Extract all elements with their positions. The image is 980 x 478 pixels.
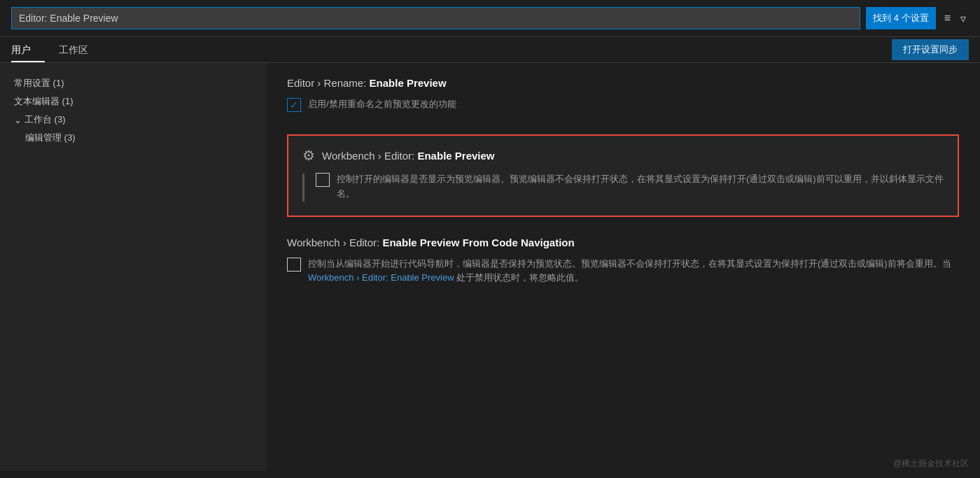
sidebar-item-label: 编辑管理 (3) [25,132,76,144]
setting-workbench-title-prefix: Workbench › Editor: [322,150,417,162]
tabs-bar: 用户 工作区 打开设置同步 [0,37,980,63]
sidebar-item-editor-management[interactable]: 编辑管理 (3) [0,129,266,147]
setting-code-nav-block: Workbench › Editor: Enable Preview From … [287,237,959,289]
sidebar-item-text-editor[interactable]: 文本编辑器 (1) [0,92,266,111]
setting-workbench-title: Workbench › Editor: Enable Preview [322,150,495,162]
setting-code-nav-title-prefix: Workbench › Editor: [287,237,382,248]
setting-workbench-header: ⚙ Workbench › Editor: Enable Preview [302,147,944,164]
watermark: @稀土掘金技术社区 [893,458,969,470]
tab-user[interactable]: 用户 [11,37,45,62]
enable-preview-link[interactable]: Workbench › Editor: Enable Preview [308,272,454,283]
search-result-count: 找到 4 个设置 [866,7,935,29]
sidebar-item-workbench[interactable]: ⌄ 工作台 (3) [0,111,266,129]
sidebar-item-label: 工作台 (3) [24,113,66,126]
setting-rename-title-bold: Enable Preview [370,77,447,89]
funnel-icon[interactable]: ▿ [958,10,969,27]
setting-code-nav-desc: 控制当从编辑器开始进行代码导航时，编辑器是否保持为预览状态。预览编辑器不会保持打… [308,257,959,286]
tabs-left: 用户 工作区 [11,37,116,62]
sidebar-item-label: 常用设置 (1) [14,77,64,90]
setting-workbench-desc: 控制打开的编辑器是否显示为预览编辑器。预览编辑器不会保持打开状态，在将其显式设置… [337,172,944,202]
setting-rename-desc: 启用/禁用重命名之前预览更改的功能 [308,97,456,112]
content-area: Editor › Rename: Enable Preview ✓ 启用/禁用重… [266,63,980,471]
setting-rename-checkbox[interactable]: ✓ [287,98,301,112]
setting-code-nav-title: Workbench › Editor: Enable Preview From … [287,237,959,248]
search-input[interactable] [11,7,860,29]
setting-workbench-highlighted-wrapper: ⚙ Workbench › Editor: Enable Preview 控制打… [287,134,959,217]
setting-code-nav-checkbox[interactable] [287,258,301,272]
sidebar: 常用设置 (1) 文本编辑器 (1) ⌄ 工作台 (3) 编辑管理 (3) [0,63,266,471]
vertical-separator [302,174,304,202]
open-sync-button[interactable]: 打开设置同步 [892,39,969,60]
setting-code-nav-title-bold: Enable Preview From Code Navigation [382,237,574,248]
setting-rename-block: Editor › Rename: Enable Preview ✓ 启用/禁用重… [287,77,959,115]
setting-workbench-title-bold: Enable Preview [417,150,494,162]
search-icons: ≡ ▿ [941,10,969,27]
sidebar-item-common-settings[interactable]: 常用设置 (1) [0,74,266,92]
setting-rename-title-prefix: Editor › Rename: [287,77,370,89]
checkmark-icon: ✓ [290,99,298,111]
setting-workbench-block: ⚙ Workbench › Editor: Enable Preview 控制打… [287,134,959,217]
main-layout: 常用设置 (1) 文本编辑器 (1) ⌄ 工作台 (3) 编辑管理 (3) Ed… [0,63,980,471]
setting-code-nav-row: 控制当从编辑器开始进行代码导航时，编辑器是否保持为预览状态。预览编辑器不会保持打… [287,254,959,289]
sidebar-item-label: 文本编辑器 (1) [14,95,74,108]
tab-workspace[interactable]: 工作区 [59,37,102,62]
setting-rename-title: Editor › Rename: Enable Preview [287,77,959,89]
setting-workbench-row: 控制打开的编辑器是否显示为预览编辑器。预览编辑器不会保持打开状态，在将其显式设置… [302,169,944,204]
chevron-down-icon: ⌄ [14,115,22,125]
setting-rename-row: ✓ 启用/禁用重命名之前预览更改的功能 [287,94,959,115]
filter-lines-icon[interactable]: ≡ [941,10,953,26]
search-bar: 找到 4 个设置 ≡ ▿ [0,0,980,37]
setting-workbench-checkbox[interactable] [316,173,330,187]
gear-icon: ⚙ [302,147,315,164]
